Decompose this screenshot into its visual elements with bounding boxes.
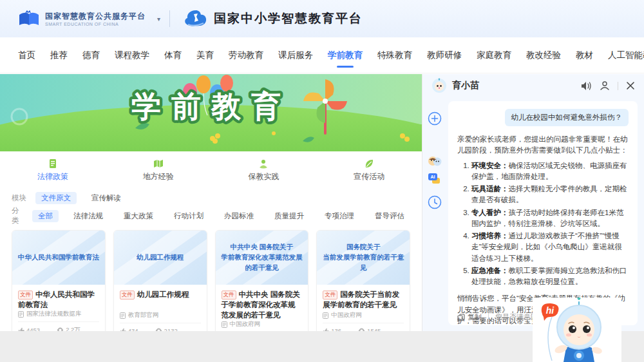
category-label: 宣传活动 — [354, 171, 384, 182]
category-label: 法律政策 — [37, 171, 68, 182]
care-practice-icon — [258, 158, 269, 169]
nav-item-aesthetic[interactable]: 美育 — [196, 38, 214, 73]
filter-option-laws[interactable]: 法律法规 — [68, 210, 109, 222]
nav-item-teacher-training[interactable]: 教师研修 — [427, 38, 462, 73]
nav-item-special[interactable]: 特殊教育 — [377, 38, 412, 73]
nav-item-labor[interactable]: 劳动教育 — [229, 38, 263, 73]
nav-item-home[interactable]: 首页 — [18, 38, 35, 73]
card-thumbnail: 中华人民共和国学前教育法 — [12, 231, 105, 285]
document-card[interactable]: 中华人民共和国学前教育法 文件中华人民共和国学前教育法 国家法律法规数据库 44… — [12, 230, 106, 338]
svg-text:AI: AI — [431, 175, 435, 179]
assistant-avatar — [431, 78, 447, 93]
platform-logo[interactable]: 国家智慧教育公共服务平台 SMART EDUCATION OF CHINA ▾ — [18, 10, 169, 28]
filter-option-supervision[interactable]: 督导评估 — [369, 210, 410, 222]
site-title-block[interactable]: 国家中小学智慧教育平台 — [184, 9, 363, 28]
file-tag: 文件 — [120, 291, 135, 300]
preschool-banner: 学前教育 — [0, 74, 422, 151]
assistant-name: 育小苗 — [452, 80, 479, 91]
local-experience-icon — [153, 158, 164, 169]
new-chat-plus-icon[interactable] — [428, 111, 442, 126]
card-thumbnail: 中共中央 国务院关于 学前教育深化改革规范发展 的若干意见 — [216, 231, 308, 285]
source-doc-icon — [222, 321, 227, 328]
user-account-icon[interactable] — [600, 81, 610, 91]
source-doc-icon — [323, 312, 328, 319]
tip-item: 习惯培养：通过儿歌游戏教孩子“不推挤”“慢慢走”等安全规则，比如《小乌龟爬山》童… — [471, 231, 629, 264]
platform-dropdown-caret-icon[interactable]: ▾ — [157, 15, 160, 23]
card-body: 文件国务院关于当前发展学前教育的若干意见 中国政府网 136 1545 — [317, 285, 410, 338]
smart-education-logo-icon — [18, 10, 40, 28]
top-header: 国家智慧教育公共服务平台 SMART EDUCATION OF CHINA ▾ … — [0, 0, 644, 37]
filter-option-standards[interactable]: 办园标准 — [218, 210, 260, 222]
module-filter-label: 模块 — [12, 193, 26, 203]
file-tag: 文件 — [222, 291, 236, 300]
card-thumbnail: 幼儿园工作规程 — [114, 231, 207, 285]
card-body: 文件幼儿园工作规程 教育部官网 434 2132 — [114, 285, 207, 338]
card-body: 文件中共中央 国务院关于学前教育深化改革规范发展的若干意见 中国政府网 234 … — [216, 285, 308, 338]
nav-item-textbook[interactable]: 教材 — [576, 38, 593, 73]
document-card[interactable]: 国务院关于 当前发展学前教育的若干意见 文件国务院关于当前发展学前教育的若干意见… — [316, 230, 410, 338]
copy-button[interactable]: 复制 — [457, 312, 482, 322]
category-local-experience[interactable]: 地方经验 — [106, 158, 211, 182]
module-option-original[interactable]: 文件原文 — [35, 192, 77, 204]
close-icon[interactable] — [626, 81, 635, 90]
document-card[interactable]: 中共中央 国务院关于 学前教育深化改革规范发展 的若干意见 文件中共中央 国务院… — [215, 230, 309, 338]
card-title: 文件幼儿园工作规程 — [120, 289, 201, 300]
ai-chat-icon[interactable]: AI — [427, 172, 442, 186]
nav-item-family[interactable]: 家庭教育 — [477, 38, 511, 73]
source-doc-icon — [120, 312, 126, 319]
filter-option-action-plan[interactable]: 行动计划 — [168, 210, 209, 222]
filter-option-major-policy[interactable]: 重大政策 — [118, 210, 159, 222]
category-label: 地方经验 — [143, 171, 174, 182]
platform-subtitle: SMART EDUCATION OF CHINA — [45, 22, 146, 26]
main-content: 学前教育 法律政策 地方经验 保教实践 — [0, 74, 422, 362]
header-divider — [169, 10, 170, 27]
platform-name: 国家智慧教育公共服务平台 — [45, 11, 146, 22]
reply-tips-list: 环境安全：确保活动区域无尖锐物、电源插座有保护盖，地面防滑处理。 玩具适龄：选择… — [457, 160, 629, 288]
copy-icon — [457, 314, 465, 321]
filter-option-quality[interactable]: 质量提升 — [269, 210, 310, 222]
filter-option-special-governance[interactable]: 专项治理 — [319, 210, 360, 222]
nav-item-afterschool[interactable]: 课后服务 — [278, 38, 313, 73]
document-card-list: 中华人民共和国学前教育法 文件中华人民共和国学前教育法 国家法律法规数据库 44… — [0, 226, 422, 338]
nav-item-ai-education[interactable]: 人工智能教育 — [608, 38, 644, 73]
chat-header-divider — [618, 82, 618, 90]
nav-item-recommend[interactable]: 推荐 — [50, 38, 68, 73]
main-nav: 首页 推荐 德育 课程教学 体育 美育 劳动教育 课后服务 学前教育 特殊教育 … — [0, 37, 644, 73]
category-law-policy[interactable]: 法律政策 — [0, 158, 106, 182]
site-title: 国家中小学智慧教育平台 — [214, 10, 363, 27]
tip-item: 环境安全：确保活动区域无尖锐物、电源插座有保护盖，地面防滑处理。 — [471, 160, 629, 183]
category-promotion[interactable]: 宣传活动 — [316, 158, 422, 182]
mascot-box[interactable]: hi — [533, 298, 621, 362]
filter-section: 模块 文件原文 宣传解读 分类 全部 法律法规 重大政策 行动计划 办园标准 质… — [0, 189, 422, 224]
document-card[interactable]: 幼儿园工作规程 文件幼儿园工作规程 教育部官网 434 2132 — [113, 230, 207, 338]
user-message-bubble: 幼儿在校园中如何避免意外损伤？ — [505, 109, 629, 126]
card-title: 文件国务院关于当前发展学前教育的若干意见 — [323, 289, 404, 310]
category-label: 保教实践 — [248, 171, 279, 182]
speaker-icon[interactable] — [581, 81, 592, 91]
nav-item-moral[interactable]: 德育 — [82, 38, 100, 73]
source-doc-icon — [18, 311, 24, 318]
tip-item: 应急准备：教职工要掌握海姆立克急救法和伤口处理技能，急救箱放在明显位置。 — [471, 265, 629, 288]
module-option-interpretation[interactable]: 宣传解读 — [86, 192, 127, 204]
chat-footer-divider — [488, 313, 489, 321]
nav-item-reform[interactable]: 教改经验 — [526, 38, 561, 73]
hi-bubble-icon: hi — [542, 303, 559, 321]
tip-item: 专人看护：孩子活动时始终保持有老师在1米范围内监护，特别注意滑梯、沙坑等区域。 — [471, 207, 629, 230]
mascot-illustration: hi — [533, 298, 621, 362]
nav-item-pe[interactable]: 体育 — [164, 38, 182, 73]
chat-side-rail: AI — [422, 111, 447, 209]
card-source: 国家法律法规数据库 — [18, 310, 99, 322]
filter-option-all[interactable]: 全部 — [32, 210, 59, 222]
characters-icon[interactable] — [427, 155, 442, 168]
banner-title: 学前教育 — [131, 90, 291, 123]
history-clock-icon[interactable] — [428, 195, 442, 209]
card-source: 中国政府网 — [323, 311, 404, 323]
category-care-practice[interactable]: 保教实践 — [211, 158, 317, 182]
law-policy-icon — [48, 158, 58, 169]
category-filter-row: 分类 全部 法律法规 重大政策 行动计划 办园标准 质量提升 专项治理 督导评估 — [12, 208, 410, 224]
thumbnail-title: 中共中央 国务院关于 学前教育深化改革规范发展 的若干意见 — [221, 242, 302, 272]
nav-item-curriculum[interactable]: 课程教学 — [115, 38, 149, 73]
nav-item-preschool[interactable]: 学前教育 — [328, 38, 363, 73]
tip-item: 玩具适龄：选择大颗粒无小零件的教具，定期检查是否有破损。 — [471, 184, 629, 206]
svg-text:hi: hi — [546, 305, 555, 316]
